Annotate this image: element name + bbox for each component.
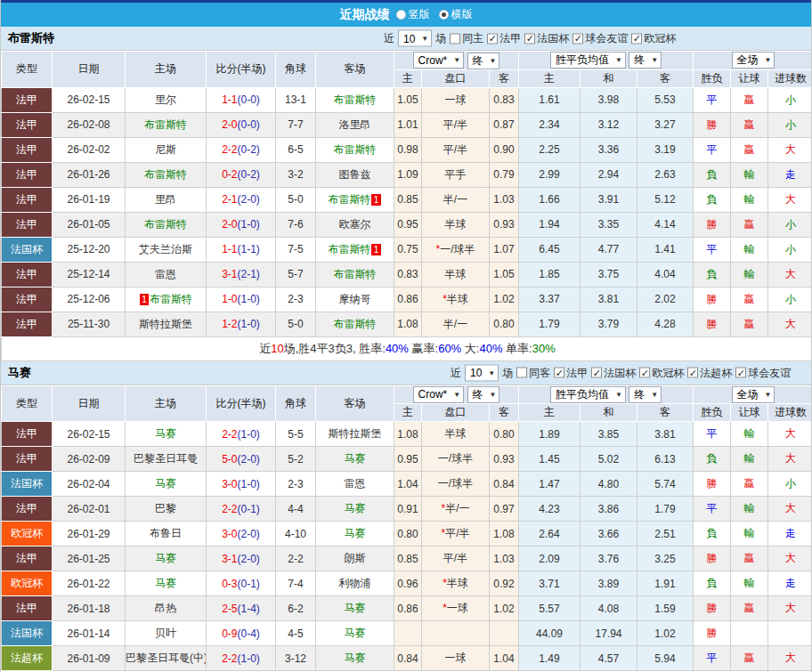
- checkbox-icon: [516, 368, 527, 378]
- summary-segment: 大:: [461, 342, 479, 355]
- eu-provider-select[interactable]: 胜平负均值▼: [550, 386, 626, 403]
- result-goals: 大: [768, 187, 812, 212]
- away-team: 图鲁兹: [316, 162, 394, 187]
- result-outcome: 勝: [694, 287, 731, 312]
- result-char: 勝: [707, 552, 718, 564]
- ah-final-select[interactable]: 终▼: [467, 53, 500, 69]
- eu-draw-odds: 3.35: [581, 212, 637, 237]
- eu-final-select[interactable]: 终▼: [629, 386, 662, 403]
- match-row: 法甲26-01-19里昂2-1(2-0)5-0布雷斯特10.85半/一1.031…: [2, 187, 812, 212]
- fulltime-score: 2-5: [222, 603, 237, 615]
- team-name-text: 马赛: [155, 552, 176, 564]
- league-badge: 欧冠杯: [2, 571, 53, 596]
- ah-home-odds: 0.84: [394, 646, 422, 671]
- result-char: 大: [785, 427, 796, 440]
- ah-provider-select[interactable]: Crow*▼: [413, 52, 465, 69]
- eu-draw-odds: 3.81: [581, 287, 637, 312]
- chevron-down-icon: ▼: [490, 57, 497, 65]
- ah-odds-group-header: Crow*▼ 终▼: [394, 385, 519, 404]
- ah-home-odds: [394, 621, 422, 646]
- checkbox-icon: ✓: [572, 33, 583, 44]
- vertical-layout-radio[interactable]: 竖版: [396, 7, 430, 22]
- filter-checkbox-法国杯[interactable]: ✓法国杯: [591, 365, 636, 380]
- score: 2-5(1-4): [207, 596, 276, 621]
- eu-away-odds: 3.19: [637, 137, 694, 162]
- filter-checkbox-欧冠杯[interactable]: ✓欧冠杯: [639, 365, 684, 380]
- fulltime-score: 2-0: [222, 118, 237, 131]
- games-count-select[interactable]: 10▼: [465, 364, 499, 381]
- filter-checkbox-欧冠杯[interactable]: ✓欧冠杯: [631, 31, 676, 46]
- scope-select[interactable]: 全场▼: [732, 386, 775, 403]
- ah-home-odds: 1.08: [394, 422, 422, 447]
- result-goals: 小: [768, 237, 812, 262]
- home-team: 尼斯: [126, 137, 207, 162]
- team-name-text: 巴黎: [155, 502, 176, 514]
- summary-segment: 40%: [479, 342, 502, 355]
- chevron-down-icon: ▼: [488, 368, 495, 376]
- eu-home-odds: 4.23: [519, 497, 581, 522]
- team-name-text: 欧塞尔: [339, 218, 371, 231]
- result-char: 輸: [744, 452, 755, 465]
- away-team: 雷恩: [316, 472, 394, 497]
- score: 0-9(0-4): [207, 621, 276, 646]
- team-name-text: 马赛: [345, 627, 366, 639]
- ah-home-odds: 1.08: [394, 312, 422, 336]
- filter-checkbox-法国杯[interactable]: ✓法国杯: [524, 31, 569, 46]
- column-header: 日期: [53, 385, 126, 422]
- league-badge: 法甲: [2, 287, 53, 312]
- eu-away-odds: 5.53: [637, 87, 694, 112]
- result-handicap: 贏: [731, 112, 768, 137]
- eu-away-odds: 4.14: [637, 212, 694, 237]
- filter-checkbox-球会友谊[interactable]: ✓球会友谊: [572, 31, 628, 46]
- eu-home-odds: 1.85: [519, 262, 581, 287]
- eu-final-select[interactable]: 终▼: [629, 52, 662, 69]
- match-row: 法甲26-01-26布雷斯特0-2(0-2)3-2图鲁兹1.09平手0.792.…: [2, 162, 812, 187]
- fulltime-score: 2-2: [222, 428, 237, 441]
- corner-score: 6-2: [276, 596, 316, 621]
- result-char: 輸: [744, 527, 755, 539]
- team-name-text: 贝叶: [155, 627, 176, 639]
- match-row: 法甲26-02-02尼斯2-2(0-2)6-5布雷斯特0.98平/半0.902.…: [2, 137, 812, 162]
- result-goals: 小: [768, 87, 812, 112]
- halftime-score: (0-1): [238, 578, 260, 590]
- eu-away-odds: 2.51: [637, 522, 694, 547]
- match-date: 26-01-19: [53, 187, 126, 212]
- select-value: 全场: [737, 387, 759, 402]
- eu-draw-odds: 3.66: [581, 522, 637, 547]
- result-outcome: 勝: [694, 312, 731, 336]
- eu-home-odds: 2.25: [519, 137, 581, 162]
- ah-handicap: 一/球半: [422, 472, 490, 497]
- select-value: 终: [473, 53, 483, 69]
- match-row: 法甲26-02-09巴黎圣日耳曼5-0(2-0)5-2马赛0.95一/球半0.9…: [2, 447, 812, 472]
- sub-column-header: 让球: [731, 69, 768, 87]
- eu-provider-select[interactable]: 胜平负均值▼: [550, 52, 626, 69]
- filter-checkbox-同主[interactable]: 同主: [450, 31, 483, 46]
- team-name-text: 巴黎圣日耳曼: [134, 452, 198, 465]
- scope-select[interactable]: 全场▼: [732, 52, 775, 69]
- handicap-text: 半球: [447, 577, 468, 589]
- sub-column-header: 客: [490, 69, 519, 87]
- result-handicap: 贏: [731, 287, 768, 312]
- result-char: 走: [785, 168, 796, 181]
- ah-home-odds: 0.95: [394, 447, 422, 472]
- filter-checkbox-法甲[interactable]: ✓法甲: [554, 365, 588, 380]
- layout-radio-group: 竖版 横版: [396, 7, 473, 22]
- eu-home-odds: 1.45: [519, 447, 581, 472]
- filter-checkbox-球会友谊[interactable]: ✓球会友谊: [735, 365, 791, 380]
- league-badge: 法甲: [2, 187, 53, 212]
- ah-provider-select[interactable]: Crow*▼: [413, 386, 465, 403]
- home-team: 马赛: [126, 422, 207, 447]
- filter-checkbox-法超杯[interactable]: ✓法超杯: [687, 365, 732, 380]
- summary-segment: 单率:: [502, 342, 532, 355]
- result-outcome: 負: [694, 187, 731, 212]
- home-team: 里尔: [126, 87, 207, 112]
- halftime-score: (1-0): [238, 428, 260, 441]
- ah-final-select[interactable]: 终▼: [467, 386, 500, 403]
- result-char: 勝: [707, 627, 718, 639]
- result-outcome: 負: [694, 162, 731, 187]
- filter-checkbox-同客[interactable]: 同客: [516, 365, 550, 380]
- games-count-select[interactable]: 10▼: [398, 30, 432, 47]
- horizontal-layout-radio[interactable]: 横版: [439, 7, 473, 22]
- filter-checkbox-法甲[interactable]: ✓法甲: [487, 31, 521, 46]
- sub-column-header: 客: [637, 404, 694, 422]
